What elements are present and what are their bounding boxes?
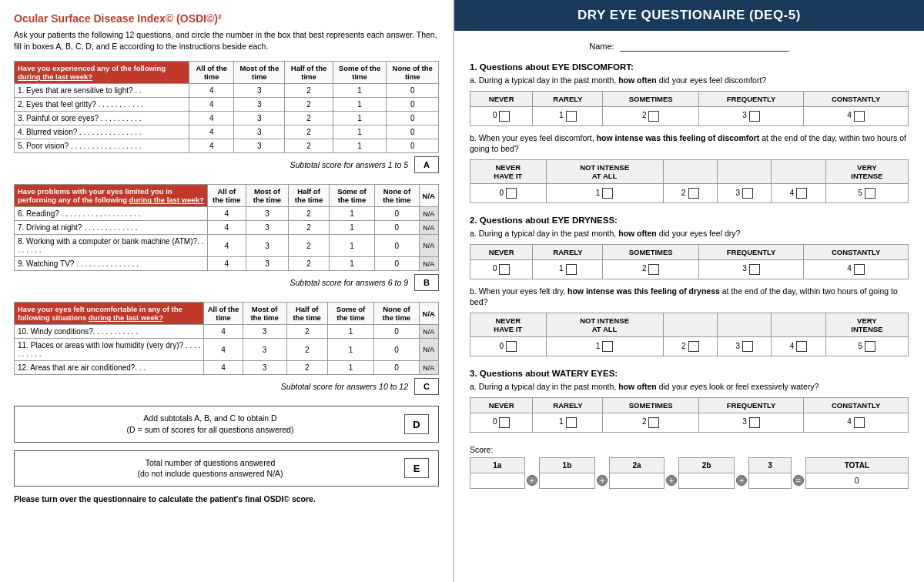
q2a-cb-3[interactable] <box>749 264 760 275</box>
table-row: 1. Eyes that are sensitive to light? . .… <box>15 84 439 98</box>
plus-icon: + <box>736 475 747 486</box>
q1a-cb-0[interactable] <box>499 111 510 122</box>
q1b-cb-1[interactable] <box>602 188 613 199</box>
formula-d-text: Add subtotals A, B, and C to obtain D(D … <box>24 413 397 435</box>
formula-d-box: Add subtotals A, B, and C to obtain D(D … <box>14 406 439 442</box>
q1a-cb-1[interactable] <box>566 111 577 122</box>
subtotal-1-row: Subtotal score for answers 1 to 5 A <box>14 156 439 173</box>
q1b-cb-4[interactable] <box>796 188 807 199</box>
table-row: 3. Painful or sore eyes? . . . . . . . .… <box>15 112 439 125</box>
subtotal-1-label: Subtotal score for answers 1 to 5 <box>290 160 409 169</box>
q2a-cb-2[interactable] <box>648 264 659 275</box>
q1b-table: NEVERHAVE IT NOT INTENSEAT ALL VERYINTEN… <box>470 159 909 203</box>
score-1a[interactable] <box>470 473 525 488</box>
col-all: All of the time <box>189 62 234 84</box>
q1a-cb-3[interactable] <box>749 111 760 122</box>
q1a-label: a. During a typical day in the past mont… <box>470 75 909 86</box>
osdi-section-3: Have your eyes felt uncomfortable in any… <box>14 302 439 395</box>
score-2a[interactable] <box>610 473 665 488</box>
q2b-cb-4[interactable] <box>796 341 807 352</box>
q3a-label: a. During a typical day in the past mont… <box>470 381 909 393</box>
q1b-cb-2[interactable] <box>688 188 699 199</box>
name-line: Name: <box>470 42 909 52</box>
formula-e-text: Total number of questions answered(do no… <box>24 457 397 480</box>
q2a-label: a. During a typical day in the past mont… <box>470 228 909 239</box>
osdi-table-3: Have your eyes felt uncomfortable in any… <box>14 302 439 375</box>
right-panel: DRY EYE QUESTIONAIRE (DEQ-5) Name: 1. Qu… <box>454 0 924 582</box>
osdi-table-1: Have you experienced any of the followin… <box>14 61 439 153</box>
col-half: Half of the time <box>285 62 333 84</box>
q2b-label: b. When your eyes felt dry, how intense … <box>470 286 909 308</box>
score-1b[interactable] <box>539 473 594 488</box>
table-row: 2. Eyes that feel gritty? . . . . . . . … <box>15 98 439 112</box>
col-none: None of the time <box>387 62 439 84</box>
subtotal-2-row: Subtotal score for answers 6 to 9 B <box>14 274 439 291</box>
osdi-table-2: Have problems with your eyes limited you… <box>14 184 439 271</box>
table-row: 7. Driving at night? . . . . . . . . . .… <box>15 221 439 235</box>
col-most: Most of the time <box>234 62 285 84</box>
name-underline <box>620 42 789 52</box>
formula-e-box: Total number of questions answered(do no… <box>14 450 439 487</box>
osdi-section-2: Have problems with your eyes limited you… <box>14 184 439 291</box>
plus-icon: + <box>666 475 677 486</box>
subtotal-3-row: Subtotal score for answers 10 to 12 C <box>14 378 439 395</box>
q3a-cb-2[interactable] <box>648 417 659 428</box>
q1b-cb-3[interactable] <box>742 188 753 199</box>
score-3[interactable] <box>749 473 791 488</box>
q3a-table: NEVER RARELY SOMETIMES FREQUENTLY CONSTA… <box>470 397 909 433</box>
q2b-cb-5[interactable] <box>865 341 875 352</box>
q1a-cb-2[interactable] <box>648 111 659 122</box>
q2b-cb-2[interactable] <box>688 341 699 352</box>
osdi-title: Ocular Surface Disease Index© (OSDI©)² <box>14 12 439 25</box>
q2b-cb-0[interactable] <box>506 341 517 352</box>
table-row: 8. Working with a computer or bank machi… <box>15 235 439 257</box>
equals-icon: = <box>793 475 804 486</box>
q3a-cb-4[interactable] <box>854 417 865 428</box>
q2b-cb-3[interactable] <box>742 341 753 352</box>
plus-icon: + <box>527 475 537 486</box>
question-1-block: 1. Questions about EYE DISCOMFORT: a. Du… <box>470 62 909 203</box>
q2b-table: NEVERHAVE IT NOT INTENSEAT ALL VERYINTEN… <box>470 313 909 356</box>
section1-header: Have you experienced any of the followin… <box>15 62 189 84</box>
q2a-cb-4[interactable] <box>854 264 865 275</box>
q1a-cb-4[interactable] <box>854 111 865 122</box>
table-row: 12. Areas that are air conditioned?. . .… <box>15 361 439 375</box>
table-row: 4. Blurred vision? . . . . . . . . . . .… <box>15 125 439 139</box>
q2-title: 2. Questions about EYE DRYNESS: <box>470 216 909 225</box>
q1b-label: b. When your eyes feel discomfort, how i… <box>470 132 909 155</box>
subtotal-3-label: Subtotal score for answers 10 to 12 <box>281 382 408 391</box>
table-row: 10. Windy conditions?. . . . . . . . . .… <box>15 325 439 339</box>
osdi-section-1: Have you experienced any of the followin… <box>14 61 439 173</box>
section3-header: Have your eyes felt uncomfortable in any… <box>15 303 204 325</box>
formula-e-letter: E <box>404 458 429 478</box>
table-row: 9. Watching TV? . . . . . . . . . . . . … <box>15 257 439 271</box>
score-label: Score: <box>470 445 909 454</box>
score-table: 1a 1b 2a 2b 3 TOTAL + + + <box>470 457 909 489</box>
q3a-cb-3[interactable] <box>749 417 760 428</box>
q3a-cb-1[interactable] <box>566 417 577 428</box>
deq-header: DRY EYE QUESTIONAIRE (DEQ-5) <box>454 0 924 31</box>
osdi-intro: Ask your patients the following 12 quest… <box>14 29 439 52</box>
score-total: 0 <box>805 473 908 488</box>
subtotal-box-b: B <box>414 274 439 291</box>
q2a-table: NEVER RARELY SOMETIMES FREQUENTLY CONSTA… <box>470 244 909 279</box>
subtotal-box-a: A <box>414 156 439 173</box>
q2b-cb-1[interactable] <box>602 341 613 352</box>
question-3-block: 3. Questions about WATERY EYES: a. Durin… <box>470 369 909 433</box>
name-label: Name: <box>589 42 614 51</box>
section2-header: Have problems with your eyes limited you… <box>15 185 208 207</box>
q1a-table: NEVER RARELY SOMETIMES FREQUENTLY CONSTA… <box>470 91 909 126</box>
table-row: 5. Poor vision? . . . . . . . . . . . . … <box>15 139 439 153</box>
q3-title: 3. Questions about WATERY EYES: <box>470 369 909 378</box>
left-panel: Ocular Surface Disease Index© (OSDI©)² A… <box>0 0 454 582</box>
q1b-cb-5[interactable] <box>865 188 875 199</box>
q2a-cb-0[interactable] <box>499 264 510 275</box>
formula-d-letter: D <box>404 414 429 434</box>
col-some: Some of the time <box>333 62 387 84</box>
q1b-cb-0[interactable] <box>506 188 517 199</box>
q1-title: 1. Questions about EYE DISCOMFORT: <box>470 62 909 72</box>
score-2b[interactable] <box>678 473 734 488</box>
subtotal-box-c: C <box>414 378 439 395</box>
q2a-cb-1[interactable] <box>566 264 577 275</box>
q3a-cb-0[interactable] <box>499 417 510 428</box>
